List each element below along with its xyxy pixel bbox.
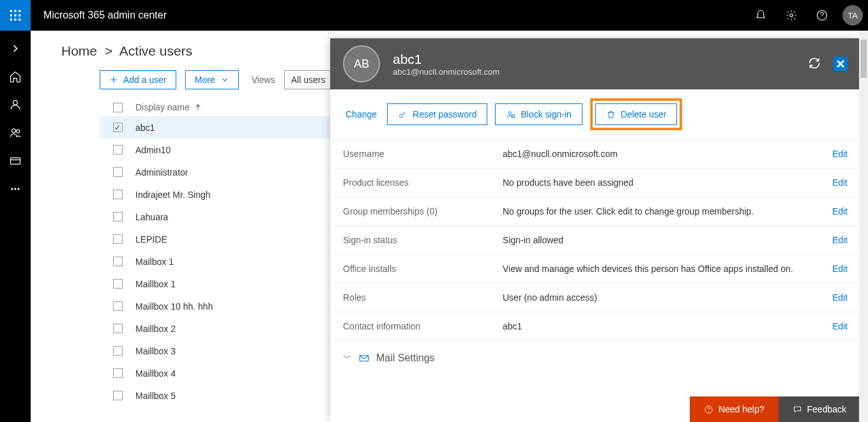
roles-label: Roles xyxy=(343,292,503,303)
change-photo-button[interactable]: Change xyxy=(343,104,379,124)
row-name: Lahuara xyxy=(135,212,168,222)
edit-licenses[interactable]: Edit xyxy=(832,177,848,188)
feedback-button[interactable]: Feedback xyxy=(779,396,860,422)
svg-point-18 xyxy=(18,188,20,190)
svg-point-20 xyxy=(509,111,512,114)
left-nav xyxy=(0,31,31,422)
avatar[interactable]: TA xyxy=(842,5,863,26)
licenses-value: No products have been assigned xyxy=(503,177,832,188)
svg-rect-2 xyxy=(19,10,20,12)
svg-point-12 xyxy=(13,100,18,105)
column-header-display-name[interactable]: Display name xyxy=(135,102,202,112)
groups-value: No groups for the user. Click edit to ch… xyxy=(503,206,832,216)
svg-point-11 xyxy=(821,18,822,19)
users-icon[interactable] xyxy=(0,91,31,119)
expand-nav-icon[interactable] xyxy=(0,34,31,63)
row-name: Maillbox 5 xyxy=(135,391,176,401)
breadcrumb-home[interactable]: Home xyxy=(61,43,97,58)
svg-point-9 xyxy=(790,14,793,17)
office-label: Office installs xyxy=(343,264,503,274)
row-name: Maillbox 10 hh. hhh xyxy=(135,301,213,312)
select-all-checkbox[interactable] xyxy=(113,103,123,112)
row-checkbox[interactable] xyxy=(113,145,123,154)
need-help-button[interactable]: Need help? xyxy=(690,396,779,422)
settings-icon[interactable] xyxy=(776,0,807,31)
username-label: Username xyxy=(343,149,503,159)
svg-point-19 xyxy=(400,114,403,117)
groups-label: Group memberships (0) xyxy=(343,206,503,216)
row-checkbox[interactable] xyxy=(113,346,123,356)
delete-user-button[interactable]: Delete user xyxy=(595,103,678,125)
row-checkbox[interactable] xyxy=(113,190,123,199)
row-checkbox[interactable] xyxy=(113,167,123,177)
svg-rect-8 xyxy=(19,19,20,20)
edit-roles[interactable]: Edit xyxy=(832,292,848,303)
edit-signin[interactable]: Edit xyxy=(832,235,848,245)
scrollbar[interactable] xyxy=(859,31,868,422)
roles-value: User (no admin access) xyxy=(503,292,832,303)
svg-rect-6 xyxy=(10,19,12,20)
panel-header: AB abc1 abc1@nucll.onmicrosoft.com xyxy=(330,38,860,89)
row-checkbox[interactable] xyxy=(113,279,123,289)
close-icon[interactable] xyxy=(834,57,848,71)
views-label: Views xyxy=(252,75,275,85)
row-checkbox[interactable] xyxy=(113,257,123,266)
row-name: Maillbox 2 xyxy=(135,324,176,334)
home-icon[interactable] xyxy=(0,63,31,91)
mail-icon xyxy=(358,352,370,364)
row-name: abc1 xyxy=(135,123,155,133)
delete-user-highlight: Delete user xyxy=(590,98,683,130)
mail-settings-section[interactable]: ﹀ Mail Settings xyxy=(330,340,860,375)
row-name: Maillbox 1 xyxy=(135,279,176,289)
show-all-icon[interactable] xyxy=(0,175,31,203)
row-checkbox[interactable] xyxy=(113,212,123,222)
add-user-button[interactable]: Add a user xyxy=(100,70,176,89)
svg-point-17 xyxy=(15,188,17,190)
panel-actions: Change Reset password Block sign-in Dele… xyxy=(330,89,860,140)
svg-rect-1 xyxy=(14,10,16,12)
views-select[interactable]: All users xyxy=(284,70,333,89)
row-name: Maillbox 3 xyxy=(135,346,176,356)
notifications-icon[interactable] xyxy=(745,0,776,31)
row-checkbox[interactable] xyxy=(113,391,123,400)
breadcrumb-current: Active users xyxy=(119,43,192,58)
app-launcher-icon[interactable] xyxy=(0,0,31,31)
row-name: Maillbox 4 xyxy=(135,368,176,379)
svg-rect-22 xyxy=(360,356,369,361)
row-name: Indrajeet Mr. Singh xyxy=(135,190,211,200)
office-value: View and manage which devices this perso… xyxy=(503,264,832,274)
more-label: More xyxy=(195,75,215,85)
billing-icon[interactable] xyxy=(0,147,31,175)
help-icon[interactable] xyxy=(807,0,837,31)
row-checkbox[interactable] xyxy=(113,324,123,333)
reset-password-button[interactable]: Reset password xyxy=(387,103,487,125)
edit-username[interactable]: Edit xyxy=(832,149,848,159)
contact-label: Contact information xyxy=(343,321,503,331)
refresh-icon[interactable] xyxy=(808,57,821,72)
edit-contact[interactable]: Edit xyxy=(832,321,848,331)
user-avatar: AB xyxy=(343,45,380,82)
edit-groups[interactable]: Edit xyxy=(832,206,848,216)
panel-subtitle: abc1@nucll.onmicrosoft.com xyxy=(393,67,499,77)
row-checkbox[interactable] xyxy=(113,234,123,244)
contact-value: abc1 xyxy=(503,321,832,331)
signin-label: Sign-in status xyxy=(343,235,503,245)
row-checkbox[interactable] xyxy=(113,301,123,311)
row-name: LEPIDE xyxy=(135,234,167,245)
suite-bar: Microsoft 365 admin center TA xyxy=(0,0,868,31)
chevron-down-icon: ﹀ xyxy=(343,352,352,364)
more-button[interactable]: More xyxy=(185,70,239,89)
user-details-panel: AB abc1 abc1@nucll.onmicrosoft.com Chang… xyxy=(330,38,860,422)
licenses-label: Product licenses xyxy=(343,177,503,188)
svg-rect-0 xyxy=(10,10,12,12)
groups-icon[interactable] xyxy=(0,119,31,147)
svg-point-24 xyxy=(708,411,709,412)
edit-office[interactable]: Edit xyxy=(832,264,848,274)
svg-rect-7 xyxy=(14,19,16,20)
block-signin-button[interactable]: Block sign-in xyxy=(495,103,582,125)
add-user-label: Add a user xyxy=(123,75,167,85)
svg-rect-5 xyxy=(19,14,20,16)
row-checkbox[interactable] xyxy=(113,123,123,132)
panel-title: abc1 xyxy=(393,52,499,67)
row-checkbox[interactable] xyxy=(113,368,123,378)
